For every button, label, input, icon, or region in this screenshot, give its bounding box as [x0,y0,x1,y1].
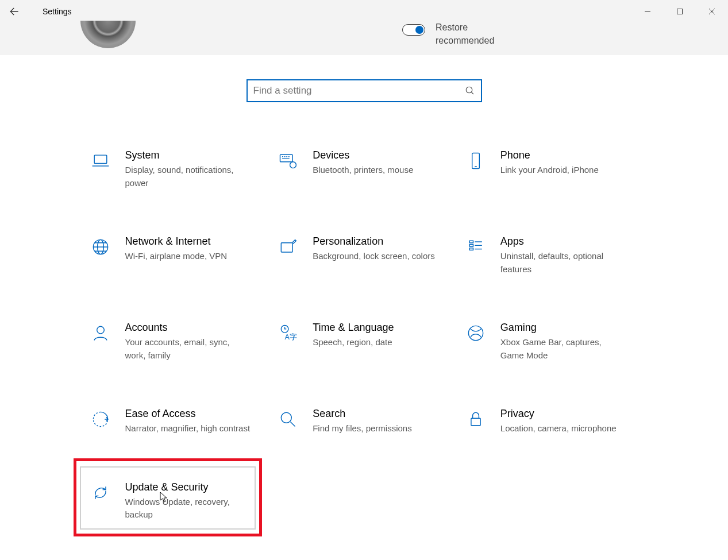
window-controls [631,0,728,23]
settings-grid: System Display, sound, notifications, po… [83,147,646,524]
xbox-icon [464,323,488,347]
svg-rect-1 [677,9,683,14]
tile-title: Ease of Access [125,408,251,420]
tile-ease[interactable]: Ease of Access Narrator, magnifier, high… [88,405,271,438]
phone-icon [464,150,488,175]
tile-gaming[interactable]: Gaming Xbox Game Bar, captures, Game Mod… [464,319,646,364]
tile-title: Search [313,408,412,420]
toggle-knob [415,26,423,34]
tile-personalization[interactable]: Personalization Background, lock screen,… [276,233,458,278]
back-button[interactable] [0,0,29,23]
tile-title: Update & Security [125,481,252,493]
svg-rect-16 [469,245,473,247]
restore-label: Restore recommended [436,21,494,47]
svg-point-4 [466,87,472,93]
tile-desc: Background, lock screen, colors [313,250,435,263]
restore-line-1: Restore [436,22,468,32]
tile-desc: Uninstall, defaults, optional features [500,250,627,276]
search-container [0,79,728,102]
paint-icon [276,237,300,261]
update-icon [88,482,113,507]
tile-devices[interactable]: Devices Bluetooth, printers, mouse [276,147,458,192]
svg-text:A字: A字 [285,333,297,341]
tile-title: Privacy [500,408,617,420]
tile-title: Time & Language [313,322,394,334]
magnifier-icon [276,409,300,433]
search-input[interactable] [253,85,465,96]
tile-title: Personalization [313,235,435,248]
time-language-icon: A字 [276,323,300,347]
ease-of-access-icon [88,409,113,433]
tile-desc: Bluetooth, printers, mouse [313,164,413,177]
search-box[interactable] [246,79,482,102]
tile-desc: Display, sound, notifications, power [125,164,252,190]
search-icon [465,86,475,96]
tile-desc: Location, camera, microphone [500,422,617,435]
svg-rect-7 [280,155,293,162]
banner: Restore recommended [0,23,728,55]
tile-desc: Your accounts, email, sync, work, family [125,336,252,362]
svg-rect-15 [469,241,473,243]
tile-apps[interactable]: Apps Uninstall, defaults, optional featu… [464,233,646,278]
svg-line-26 [291,422,295,427]
tile-title: Devices [313,149,413,161]
restore-line-2: recommended [436,36,494,45]
window-title: Settings [29,7,72,16]
restore-toggle-group: Restore recommended [402,21,494,47]
maximize-button[interactable] [664,0,696,23]
person-icon [88,323,113,347]
tile-desc: Link your Android, iPhone [500,164,599,177]
svg-point-25 [281,412,291,423]
svg-rect-27 [471,418,480,426]
svg-point-24 [468,326,483,340]
lock-icon [464,409,488,433]
tile-update[interactable]: Update & Security Windows Update, recove… [88,479,271,524]
laptop-icon [88,150,113,175]
apps-icon [464,237,488,261]
tile-title: System [125,149,252,161]
svg-rect-17 [469,248,473,250]
svg-rect-14 [281,243,292,252]
minimize-button[interactable] [631,0,664,23]
tile-accounts[interactable]: Accounts Your accounts, email, sync, wor… [88,319,271,364]
restore-toggle[interactable] [402,24,425,36]
close-button[interactable] [696,0,728,23]
tile-title: Apps [500,235,627,248]
tile-desc: Narrator, magnifier, high contrast [125,422,251,435]
svg-point-8 [290,162,296,168]
svg-point-21 [97,326,104,334]
tile-desc: Find my files, permissions [313,422,412,435]
tile-phone[interactable]: Phone Link your Android, iPhone [464,147,646,192]
title-bar: Settings [0,0,728,23]
tile-desc: Speech, region, date [313,336,394,349]
tile-title: Accounts [125,322,252,334]
tile-title: Gaming [500,322,627,334]
avatar [80,21,136,48]
svg-line-5 [471,92,473,94]
globe-icon [88,237,113,261]
tile-title: Phone [500,149,599,161]
tile-search[interactable]: Search Find my files, permissions [276,405,458,438]
tile-time[interactable]: A字 Time & Language Speech, region, date [276,319,458,364]
tile-desc: Windows Update, recovery, backup [125,496,252,522]
svg-rect-6 [94,155,107,163]
tile-system[interactable]: System Display, sound, notifications, po… [88,147,271,192]
tile-title: Network & Internet [125,235,228,248]
tile-desc: Xbox Game Bar, captures, Game Mode [500,336,627,362]
keyboard-icon [276,150,300,175]
tile-privacy[interactable]: Privacy Location, camera, microphone [464,405,646,438]
tile-network[interactable]: Network & Internet Wi-Fi, airplane mode,… [88,233,271,278]
tile-desc: Wi-Fi, airplane mode, VPN [125,250,228,263]
